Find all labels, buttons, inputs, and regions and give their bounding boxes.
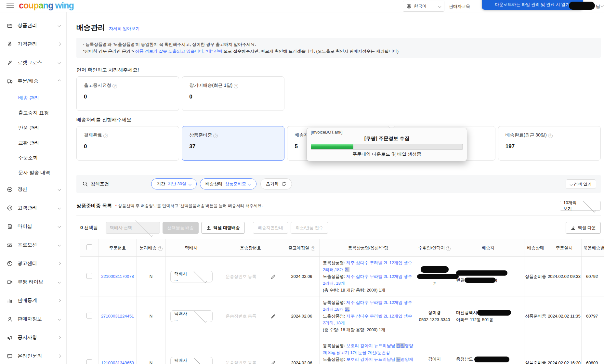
sidebar-item-stats[interactable]: 판매통계 — [0, 291, 66, 310]
row-checkbox[interactable] — [86, 273, 92, 279]
logo-letter: u — [29, 1, 34, 10]
customer-icon — [7, 205, 13, 211]
invoice-cell: 운송장번호 등록 — [217, 336, 284, 364]
sidebar-item-myshop[interactable]: 마이샵 — [0, 217, 66, 236]
orders-table-wrap: 주문번호분리배송?택배사운송장번호출고예정일?등록상품명/옵션/수량수취인/연락… — [80, 239, 604, 364]
stat-card-label: 배송완료(최근 30일)? — [506, 132, 593, 138]
notice-line1: - 등록상품명'과 '노출상품명'이 동일한지 꼭 확인해주시고, 상이한 경우… — [83, 41, 594, 48]
cancel-return-button[interactable]: 취소/반품 접수 — [291, 222, 328, 234]
row-courier-select[interactable]: 택배사 ... — [170, 271, 213, 282]
column-header: 배송지 — [452, 239, 524, 257]
period-filter-dropdown[interactable]: 기간 지난 30일 — [151, 178, 197, 189]
row-checkbox[interactable] — [86, 359, 92, 364]
sidebar-item-notice[interactable]: 공지사항 — [0, 328, 66, 347]
user-suffix-label: 님 — [596, 4, 600, 9]
sidebar-subitem-active[interactable]: 배송 관리 — [0, 90, 66, 105]
seller-icon — [7, 316, 13, 322]
recipient-cell: 2 — [417, 257, 452, 296]
download-manager-banner[interactable]: 다운로드하는 파일 관리 및 완료 시 열기 — [482, 0, 583, 10]
notice-box: - 등록상품명'과 '노출상품명'이 동일한지 꼭 확인해주시고, 상이한 경우… — [76, 38, 601, 58]
help-icon[interactable]: ? — [446, 246, 451, 251]
coupang-wing-logo[interactable]: coupangwing — [19, 1, 74, 11]
courier-select-disabled[interactable]: 택배사 선택 — [106, 222, 160, 234]
table-row: 22100031170078N택배사 ...운송장번호 등록2024.02.06… — [80, 257, 604, 296]
stat-card[interactable]: 배송완료(최근 30일)?197 — [498, 126, 601, 161]
help-icon[interactable]: ? — [213, 134, 218, 138]
sidebar-item-price[interactable]: 가격관리 — [0, 35, 66, 53]
bundle-number-cell: 60792 — [582, 257, 604, 296]
main-content: 배송관리 자세히 알아보기 - 등록상품명'과 '노출상품명'이 동일한지 꼭 … — [67, 12, 604, 364]
dialog-title: [invoiceBOT.ahk] — [311, 130, 463, 135]
stat-card[interactable]: 상품준비중?37 — [182, 126, 284, 161]
learn-more-link[interactable]: 자세히 알아보기 — [109, 26, 140, 32]
select-all-checkbox[interactable] — [86, 244, 92, 250]
sidebar-item-settlement[interactable]: 정산 — [0, 180, 66, 199]
language-selector[interactable]: 한국어 — [403, 1, 444, 12]
row-checkbox[interactable] — [86, 313, 92, 318]
check-section-title: 먼저 확인하고 처리해주세요! — [76, 67, 601, 73]
recipient-cell: 김예지0502-5276-2845 — [417, 336, 452, 364]
stat-card[interactable]: 장기미배송(최근 1달)?0 — [182, 76, 284, 111]
column-header: 수취인/연락처? — [417, 239, 452, 257]
delivery-status-filter-dropdown[interactable]: 배송상태 상품준비중 — [200, 178, 256, 189]
sidebar-item-seller[interactable]: 판매자정보 — [0, 310, 66, 328]
ship-selected-button[interactable]: 선택물품 배송 — [163, 222, 199, 234]
hamburger-menu-icon[interactable] — [7, 4, 14, 9]
help-icon[interactable]: ? — [548, 134, 553, 138]
globe-icon — [406, 4, 412, 9]
stat-card-value: 0 — [84, 143, 172, 150]
help-icon[interactable]: ? — [158, 246, 163, 251]
language-label: 한국어 — [414, 3, 436, 9]
order-number-link[interactable]: 22100031170078 — [101, 274, 134, 279]
logo-wing-text: wing — [55, 1, 74, 10]
sidebar-subitem[interactable]: 교환 관리 — [0, 135, 66, 150]
sidebar-subitem[interactable]: 출고중지 요청 — [0, 105, 66, 120]
open-search-button[interactable]: 검색 열기 — [566, 179, 596, 189]
help-icon[interactable]: ? — [234, 84, 238, 88]
list-hint: 상품선택 후 배송정보를 입력하고 '선택물품배송'버튼을 눌러 배송처리 해주… — [118, 203, 263, 209]
sidebar-item-rocket[interactable]: 로켓그로스 — [0, 53, 66, 72]
pencil-edit-icon[interactable] — [271, 274, 276, 279]
excel-bulk-ship-button[interactable]: 엑셀 대량배송 — [201, 222, 245, 234]
stat-card[interactable]: 결제완료?0 — [76, 126, 179, 161]
sidebar-item-customer[interactable]: 고객관리 — [0, 199, 66, 217]
required-asterisk: * — [115, 203, 117, 208]
sidebar-item-promotion[interactable]: 프로모션 — [0, 236, 66, 254]
sidebar-item-live[interactable]: 쿠팡 라이브 — [0, 273, 66, 291]
help-icon[interactable]: ? — [112, 84, 117, 88]
row-courier-select[interactable]: 택배사 ... — [170, 310, 213, 322]
recipient-cell: 정미경0502-1323-3340 — [417, 296, 452, 336]
stat-card[interactable]: 출고중지요청?0 — [76, 76, 179, 111]
invoice-placeholder[interactable]: 운송장번호 등록 — [226, 313, 271, 319]
delay-notice-button[interactable]: 배송지연안내 — [253, 222, 288, 234]
courier-cell: 택배사 ... — [166, 336, 217, 364]
sidebar-subitem[interactable]: 반품 관리 — [0, 120, 66, 135]
rocket-icon — [7, 59, 13, 66]
ship-date-cell: 2024.02.06 — [284, 257, 320, 296]
pencil-edit-icon[interactable] — [271, 314, 276, 319]
chevron-down-icon — [58, 243, 61, 247]
user-menu-chevron-icon[interactable] — [601, 4, 604, 7]
order-number-link[interactable]: 27100031224451 — [101, 314, 134, 318]
sidebar-item-adcenter[interactable]: 광고센터 — [0, 254, 66, 273]
logo-letter: p — [33, 1, 39, 10]
notice-inline-link[interactable]: 상품 정보가 잘못 노출되고 있습니다. “네” 선택 — [135, 49, 222, 54]
sidebar-item-delivery[interactable]: 주문/배송 — [0, 72, 66, 90]
order-number-link[interactable]: 12100031349659 — [101, 360, 134, 364]
pencil-edit-icon[interactable] — [271, 360, 276, 364]
invoicebot-progress-dialog[interactable]: [invoiceBOT.ahk] [쿠팡] 주문정보 수집 주문내역 다운로드 … — [307, 128, 467, 161]
sidebar-subitem[interactable]: 주문조회 — [0, 150, 66, 165]
invoice-placeholder[interactable]: 운송장번호 등록 — [226, 360, 271, 364]
invoice-placeholder[interactable]: 운송장번호 등록 — [226, 274, 271, 280]
sidebar-item-inquiry[interactable]: 온라인문의 — [0, 347, 66, 364]
sidebar-item-product[interactable]: 상품관리 — [0, 16, 66, 35]
help-icon[interactable]: ? — [103, 134, 108, 138]
seller-education-link[interactable]: 판매자교육 — [449, 4, 470, 9]
sidebar-subitem[interactable]: 문자 발송 내역 — [0, 165, 66, 180]
row-courier-select[interactable]: 택배사 ... — [170, 357, 213, 364]
reset-filters-button[interactable]: 초기화 — [260, 178, 292, 189]
notice-icon — [7, 334, 13, 341]
excel-download-button[interactable]: 엑셀 다운 — [566, 222, 601, 234]
page-size-select[interactable]: 10개씩 보기 — [560, 201, 601, 211]
help-icon[interactable]: ? — [311, 246, 315, 251]
